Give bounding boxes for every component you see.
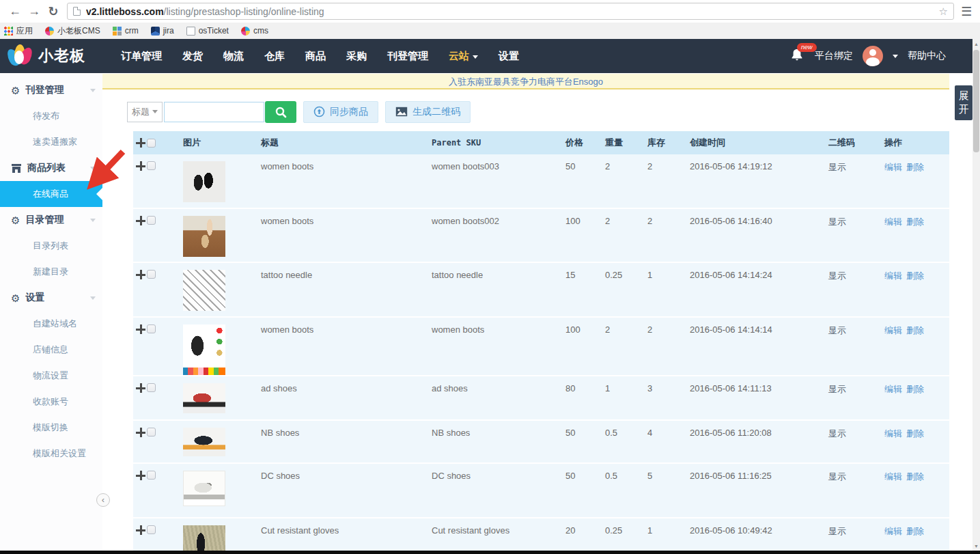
qrcode-show-link[interactable]: 显示	[828, 325, 846, 335]
delete-link[interactable]: 删除	[906, 162, 924, 172]
expand-row-icon[interactable]	[136, 383, 145, 393]
row-checkbox[interactable]	[147, 161, 156, 170]
delete-link[interactable]: 删除	[906, 217, 924, 227]
help-center-link[interactable]: 帮助中心	[908, 50, 946, 62]
nav-item-listing[interactable]: 刊登管理	[377, 39, 438, 73]
delete-link[interactable]: 删除	[906, 428, 924, 439]
scroll-up-icon[interactable]: ▲	[972, 42, 980, 46]
product-image[interactable]	[183, 324, 225, 375]
search-input[interactable]	[164, 102, 264, 122]
delete-link[interactable]: 删除	[906, 271, 924, 281]
sidebar-item-template-switch[interactable]: 模版切换	[0, 415, 102, 441]
sidebar-section-settings[interactable]: ⚙ 设置	[0, 285, 102, 311]
sidebar-item-online-products[interactable]: 在线商品	[0, 181, 102, 207]
qrcode-show-link[interactable]: 显示	[828, 162, 846, 172]
nav-item-logistics[interactable]: 物流	[213, 39, 254, 73]
delete-link[interactable]: 删除	[906, 471, 924, 482]
browser-menu-icon[interactable]: ☰	[958, 4, 975, 19]
edit-link[interactable]: 编辑	[884, 325, 902, 335]
product-image[interactable]	[183, 383, 225, 413]
row-checkbox[interactable]	[147, 471, 156, 480]
sidebar-item-logistics-settings[interactable]: 物流设置	[0, 363, 102, 389]
filter-field-select[interactable]: 标题	[127, 102, 163, 122]
nav-item-purchasing[interactable]: 采购	[336, 39, 377, 73]
sync-products-button[interactable]: 同步商品	[303, 101, 378, 123]
edit-link[interactable]: 编辑	[884, 162, 902, 172]
qrcode-show-link[interactable]: 显示	[828, 217, 846, 227]
back-icon[interactable]: ←	[5, 4, 25, 18]
url-bar[interactable]: v2.littleboss.com/listing/prestashop-lis…	[67, 3, 954, 20]
product-image[interactable]	[183, 471, 225, 506]
bookmark-crm[interactable]: crm	[113, 26, 139, 36]
expand-row-icon[interactable]	[136, 324, 145, 334]
nav-item-cloudsite[interactable]: 云站	[438, 39, 488, 73]
product-image[interactable]	[183, 525, 225, 554]
product-image[interactable]	[183, 270, 225, 311]
sidebar-section-listing-management[interactable]: ⚙ 刊登管理	[0, 77, 102, 103]
delete-link[interactable]: 删除	[906, 325, 924, 335]
edit-link[interactable]: 编辑	[884, 428, 902, 439]
url-text[interactable]: v2.littleboss.com/listing/prestashop-lis…	[86, 6, 939, 17]
scrollbar[interactable]: ▲ ▼	[972, 39, 980, 554]
edit-link[interactable]: 编辑	[884, 526, 902, 536]
sidebar-section-product-list[interactable]: 商品列表	[0, 155, 102, 181]
nav-item-products[interactable]: 商品	[295, 39, 336, 73]
nav-item-shipping[interactable]: 发货	[172, 39, 213, 73]
expand-all-icon[interactable]	[136, 138, 145, 148]
sidebar-section-catalog-management[interactable]: ⚙ 目录管理	[0, 207, 102, 233]
scroll-down-icon[interactable]: ▼	[972, 544, 980, 549]
row-checkbox[interactable]	[147, 525, 156, 534]
expand-panel-tab[interactable]: 展开	[955, 85, 972, 120]
sidebar-item-custom-domain[interactable]: 自建站域名	[0, 311, 102, 337]
row-checkbox[interactable]	[147, 324, 156, 333]
sidebar-item-template-settings[interactable]: 模版相关设置	[0, 441, 102, 467]
select-all-checkbox[interactable]	[147, 139, 156, 148]
sidebar-item-pending-publish[interactable]: 待发布	[0, 103, 102, 129]
edit-link[interactable]: 编辑	[884, 271, 902, 281]
expand-row-icon[interactable]	[136, 216, 145, 225]
expand-row-icon[interactable]	[136, 525, 145, 535]
scrollbar-thumb[interactable]	[973, 50, 979, 152]
expand-row-icon[interactable]	[136, 471, 145, 480]
edit-link[interactable]: 编辑	[884, 471, 902, 482]
sidebar-item-store-info[interactable]: 店铺信息	[0, 337, 102, 363]
sidebar-item-catalog-list[interactable]: 目录列表	[0, 233, 102, 259]
sidebar-item-aliexpress-move[interactable]: 速卖通搬家	[0, 129, 102, 155]
row-checkbox[interactable]	[147, 270, 156, 279]
search-button[interactable]	[265, 101, 296, 123]
expand-row-icon[interactable]	[136, 270, 145, 279]
bookmark-jira[interactable]: jira	[151, 26, 174, 36]
expand-row-icon[interactable]	[136, 161, 145, 171]
refresh-icon[interactable]: ↻	[44, 4, 63, 19]
sidebar-item-new-catalog[interactable]: 新建目录	[0, 259, 102, 285]
sidebar-collapse-button[interactable]: ‹	[96, 493, 110, 507]
row-checkbox[interactable]	[147, 383, 156, 392]
bookmark-xiaolaoban-cms[interactable]: 小老板CMS	[45, 25, 100, 37]
platform-bind-link[interactable]: 平台绑定	[815, 50, 853, 62]
avatar[interactable]	[863, 46, 883, 66]
bookmark-star-icon[interactable]: ☆	[939, 5, 948, 18]
qrcode-show-link[interactable]: 显示	[828, 384, 846, 394]
product-image[interactable]	[183, 216, 225, 257]
product-image[interactable]	[183, 428, 225, 456]
bookmark-osticket[interactable]: osTicket	[186, 26, 229, 36]
row-checkbox[interactable]	[147, 428, 156, 437]
qrcode-show-link[interactable]: 显示	[828, 428, 846, 439]
nav-item-warehouse[interactable]: 仓库	[254, 39, 295, 73]
edit-link[interactable]: 编辑	[884, 384, 902, 394]
delete-link[interactable]: 删除	[906, 384, 924, 394]
product-image[interactable]	[183, 161, 225, 202]
bookmark-apps[interactable]: 应用	[4, 25, 33, 37]
forward-icon[interactable]: →	[25, 4, 44, 18]
nav-item-orders[interactable]: 订单管理	[111, 39, 172, 73]
expand-row-icon[interactable]	[136, 428, 145, 437]
avatar-chevron-down-icon[interactable]	[893, 55, 898, 58]
brand-logo[interactable]: 小老板	[0, 44, 111, 68]
row-checkbox[interactable]	[147, 216, 156, 225]
notification-bell[interactable]: new	[790, 48, 805, 64]
nav-item-settings[interactable]: 设置	[488, 39, 529, 73]
qrcode-show-link[interactable]: 显示	[828, 526, 846, 536]
qrcode-show-link[interactable]: 显示	[828, 471, 846, 482]
bookmark-cms[interactable]: cms	[241, 26, 268, 36]
edit-link[interactable]: 编辑	[884, 217, 902, 227]
